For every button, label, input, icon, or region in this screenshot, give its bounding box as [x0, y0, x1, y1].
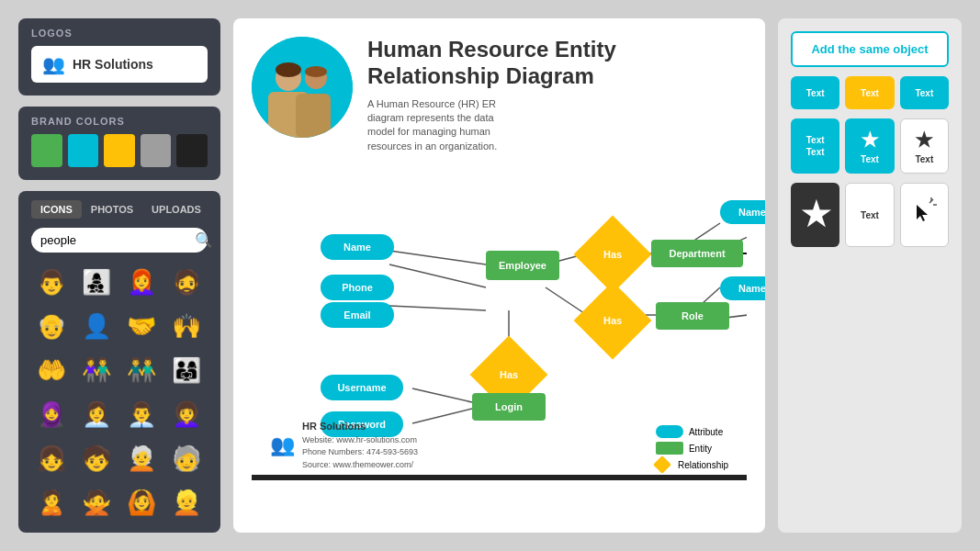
list-item[interactable]: 👧 — [31, 438, 72, 478]
list-item[interactable]: 🧔 — [166, 262, 207, 302]
attr-dept-name[interactable]: Name — [720, 200, 765, 224]
legend-color-attribute — [656, 425, 683, 438]
legend-item-relationship: Relationship — [656, 458, 728, 471]
people-icon: 👥 — [42, 53, 65, 75]
legend-label-entity: Entity — [689, 444, 712, 454]
object-grid: Text Text Text — [791, 76, 949, 109]
obj-cell-star-filled[interactable]: ★ Text — [845, 118, 894, 174]
main-container: LOGOS 👥 HR Solutions BRAND COLORS ICONS … — [0, 0, 980, 551]
diagram-footer: 👥 HR Solutions Website: www.hr-solutions… — [270, 419, 728, 471]
logo-text: HR Solutions — [73, 57, 153, 72]
search-icon[interactable]: 🔍 — [195, 231, 213, 249]
entity-department[interactable]: Department — [651, 240, 743, 267]
obj-cell-sublabel: Text — [806, 147, 825, 157]
bottom-bar — [252, 475, 747, 480]
legend-color-relationship — [653, 455, 671, 474]
swatch-gray[interactable] — [141, 134, 172, 167]
list-item[interactable]: 🧓 — [166, 438, 207, 478]
swatch-cyan[interactable] — [68, 134, 99, 167]
diagram-header: Human Resource EntityRelationship Diagra… — [252, 37, 747, 153]
obj-cell-big-star[interactable]: ★ — [791, 183, 839, 247]
attr-phone[interactable]: Phone — [321, 275, 394, 300]
obj-cell-cyan-text-1[interactable]: Text — [791, 76, 839, 109]
obj-cell-text-only[interactable]: Text — [845, 183, 894, 247]
company-info: HR Solutions Website: www.hr-solutions.c… — [302, 419, 418, 471]
entity-login[interactable]: Login — [472, 393, 546, 421]
swatch-black[interactable] — [176, 134, 208, 167]
svg-line-20 — [412, 388, 472, 402]
entity-role[interactable]: Role — [656, 302, 729, 330]
header-photo — [252, 37, 353, 138]
list-item[interactable]: 👩‍👧‍👦 — [76, 262, 117, 302]
swatch-green[interactable] — [31, 134, 62, 167]
er-diagram: Employee Has Department Has Role — [252, 168, 747, 480]
list-item[interactable]: 🙆 — [121, 482, 162, 523]
obj-cell-star-outline[interactable]: ★ Text — [900, 118, 949, 174]
tab-icons[interactable]: ICONS — [31, 200, 82, 219]
list-item[interactable]: 🤝 — [121, 306, 162, 346]
add-same-object-button[interactable]: Add the same object — [791, 31, 949, 67]
logo-item[interactable]: 👥 HR Solutions — [31, 46, 208, 83]
svg-point-6 — [305, 66, 327, 77]
diagram-title: Human Resource EntityRelationship Diagra… — [367, 37, 616, 90]
company-footer: 👥 HR Solutions Website: www.hr-solutions… — [270, 419, 418, 471]
diagram-description: A Human Resource (HR) ER diagram represe… — [367, 97, 514, 154]
logos-label: LOGOS — [31, 28, 208, 39]
svg-point-5 — [276, 62, 301, 77]
list-item[interactable]: 👤 — [76, 306, 117, 346]
relationship-has2[interactable]: Has — [574, 282, 652, 360]
list-item[interactable]: 👨‍👩‍👧 — [166, 350, 207, 390]
object-grid-3: ★ Text — [791, 183, 949, 247]
attr-role-name[interactable]: Name — [720, 276, 765, 300]
entity-employee[interactable]: Employee — [486, 251, 559, 280]
icons-grid: 👨 👩‍👧‍👦 👩‍🦰 🧔 👴 👤 🤝 🙌 🤲 👫 👬 👨‍👩‍👧 🧕 👩‍💼 … — [31, 262, 208, 523]
obj-cell-yellow-text[interactable]: Text — [845, 76, 894, 109]
list-item[interactable]: 👬 — [121, 350, 162, 390]
obj-cell-text-only-label: Text — [861, 210, 879, 220]
search-box: 🔍 — [31, 228, 208, 253]
list-item[interactable]: 👨 — [31, 262, 72, 302]
list-item[interactable]: 👩‍🦰 — [121, 262, 162, 302]
company-name: HR Solutions — [302, 421, 366, 432]
tab-photos[interactable]: PHOTOS — [82, 200, 142, 219]
tab-uploads[interactable]: UPLOADS — [142, 200, 210, 219]
legend: Attribute Entity Relationship — [656, 425, 728, 471]
star-filled-icon: ★ — [861, 129, 879, 152]
diagram-content: Human Resource EntityRelationship Diagra… — [233, 18, 765, 533]
legend-label-relationship: Relationship — [678, 460, 728, 470]
search-input[interactable] — [40, 233, 195, 247]
svg-marker-26 — [917, 205, 928, 221]
list-item[interactable]: 🙌 — [166, 306, 207, 346]
list-item[interactable]: 👴 — [31, 306, 72, 346]
list-item[interactable]: 🙎 — [31, 482, 72, 523]
legend-label-attribute: Attribute — [689, 427, 723, 437]
brand-colors-section: BRAND COLORS — [18, 107, 220, 180]
list-item[interactable]: 🤲 — [31, 350, 72, 390]
legend-color-entity — [656, 442, 683, 455]
list-item[interactable]: 👩‍💼 — [76, 394, 117, 434]
obj-cell-cursor[interactable] — [900, 183, 949, 247]
attr-name[interactable]: Name — [321, 234, 394, 260]
star-outline-icon: ★ — [915, 129, 933, 152]
left-panel: LOGOS 👥 HR Solutions BRAND COLORS ICONS … — [18, 18, 220, 533]
attr-username[interactable]: Username — [321, 375, 403, 400]
list-item[interactable]: 👨‍💼 — [121, 394, 162, 434]
big-star-icon: ★ — [801, 196, 830, 234]
attr-email[interactable]: Email — [321, 302, 394, 328]
center-panel: Human Resource EntityRelationship Diagra… — [233, 18, 765, 533]
obj-cell-label: Text — [806, 135, 825, 145]
obj-cell-cyan-text-2[interactable]: Text — [900, 76, 949, 109]
obj-cell-large-text[interactable]: Text Text — [791, 118, 839, 174]
list-item[interactable]: 🧑‍🦳 — [121, 438, 162, 478]
obj-cell-star-outline-label: Text — [915, 154, 933, 164]
object-grid-2: Text Text ★ Text ★ Text — [791, 118, 949, 174]
list-item[interactable]: 👫 — [76, 350, 117, 390]
list-item[interactable]: 👩‍🦱 — [166, 394, 207, 434]
swatch-yellow[interactable] — [104, 134, 135, 167]
legend-item-attribute: Attribute — [656, 425, 728, 438]
list-item[interactable]: 👱 — [166, 482, 207, 523]
list-item[interactable]: 🧒 — [76, 438, 117, 478]
color-swatches — [31, 134, 208, 167]
list-item[interactable]: 🙅 — [76, 482, 117, 523]
list-item[interactable]: 🧕 — [31, 394, 72, 434]
